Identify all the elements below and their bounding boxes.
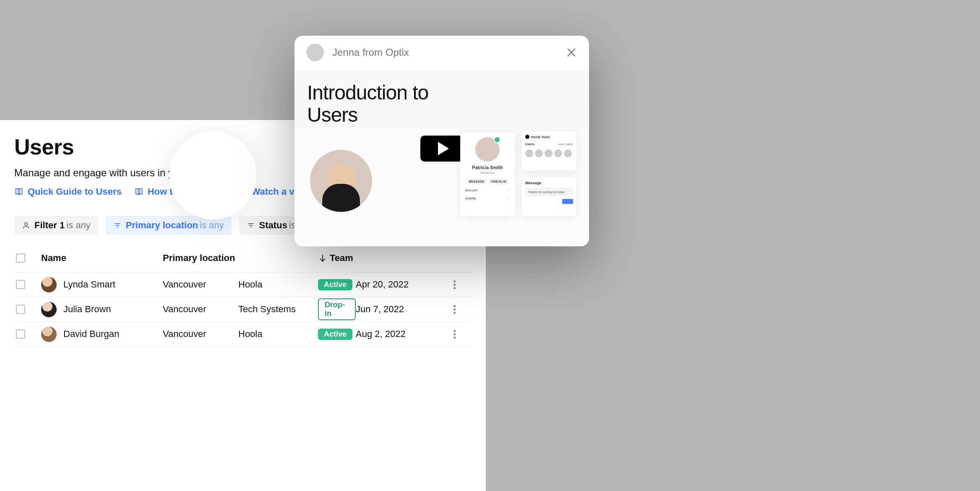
verified-icon [494, 136, 500, 143]
avatar [306, 44, 324, 61]
filter-icon [247, 221, 255, 230]
close-icon[interactable] [566, 47, 577, 58]
filter-2-suffix: is any [200, 220, 224, 230]
presenter-avatar [310, 150, 372, 212]
avatar [41, 326, 57, 342]
user-name: Lynda Smart [63, 279, 115, 290]
row-actions-menu[interactable] [440, 280, 469, 289]
mini-msg-btn: MESSAGE [466, 179, 487, 184]
user-team: Tech Systems [238, 304, 318, 315]
mini-avatar-row [525, 149, 573, 157]
avatar [41, 302, 57, 317]
avatar [475, 137, 500, 162]
mini-users-label: Users [525, 142, 534, 146]
brand-logo-icon [525, 135, 529, 139]
col-name[interactable]: Name [41, 253, 163, 264]
status-badge: Drop-in [318, 298, 356, 320]
user-location: Vancouver [163, 304, 238, 315]
quick-guide-label: Quick Guide to Users [28, 186, 122, 197]
filter-3-label: Status [259, 220, 287, 230]
mini-users-card: Hoola Team UsersADD USER [522, 131, 576, 170]
popup-header: Jenna from Optix [295, 36, 589, 69]
filter-chip-1[interactable]: Filter 1is any [14, 216, 98, 235]
filter-2-label: Primary location [126, 220, 198, 230]
mini-send-button [562, 199, 573, 204]
user-date: Jun 7, 2022 [356, 304, 440, 315]
avatar [41, 277, 57, 293]
col-team[interactable]: Team [318, 253, 356, 264]
mini-profile-card: Patricia Smith Hoola Inc. MESSAGE CHECK-… [460, 132, 515, 216]
user-date: Aug 2, 2022 [356, 329, 440, 340]
mini-brand: Hoola Team [531, 135, 550, 139]
table-header: Name Primary location Team [14, 253, 472, 272]
user-team: Hoola [238, 329, 318, 340]
table-row[interactable]: Julia Brown Vancouver Tech Systems Drop-… [14, 297, 472, 322]
mini-profile-row: Account [464, 188, 511, 192]
row-checkbox[interactable] [16, 305, 25, 314]
mini-profile-name: Patricia Smith [464, 165, 511, 170]
row-actions-menu[interactable] [440, 330, 469, 339]
mini-message-card: Message Thanks for coming by today! [522, 178, 576, 216]
how-to-add-label: How to add Users [148, 186, 226, 197]
user-date: Apr 20, 2022 [356, 279, 440, 290]
select-all-checkbox[interactable] [16, 253, 25, 263]
mini-add-user: ADD USER [559, 143, 573, 146]
svg-point-1 [25, 222, 28, 225]
user-location: Vancouver [163, 329, 238, 340]
col-team-label: Team [330, 253, 353, 264]
col-location[interactable]: Primary location [163, 253, 238, 264]
table-row[interactable]: David Burgan Vancouver Hoola Active Aug … [14, 322, 472, 347]
intro-popup: Jenna from Optix Introduction to Users P… [295, 36, 589, 246]
mini-profile-org: Hoola Inc. [464, 171, 511, 175]
book-icon [134, 187, 143, 196]
popup-from-label: Jenna from Optix [332, 47, 409, 58]
user-location: Vancouver [163, 279, 238, 290]
person-icon [22, 221, 30, 230]
mini-msg-title: Message [525, 181, 573, 185]
play-button[interactable] [420, 136, 464, 162]
how-to-add-link[interactable]: How to add Users [134, 186, 226, 197]
user-name: Julia Brown [63, 304, 111, 315]
filter-1-label: Filter 1 [34, 220, 65, 230]
filter-chip-primary-location[interactable]: Primary locationis any [106, 216, 232, 235]
filter-1-suffix: is any [66, 220, 90, 230]
row-actions-menu[interactable] [440, 305, 469, 314]
mini-profile-row: Activity [464, 196, 511, 200]
status-badge: Active [318, 329, 352, 340]
filter-icon [113, 221, 122, 230]
users-table: Name Primary location Team Lynda Smart V… [14, 253, 472, 347]
quick-guide-link[interactable]: Quick Guide to Users [14, 186, 122, 197]
mini-checkin-btn: CHECK-IN [488, 179, 509, 184]
mini-msg-body: Thanks for coming by today! [525, 188, 573, 196]
row-checkbox[interactable] [16, 280, 25, 289]
popup-title: Introduction to Users [307, 82, 450, 126]
popup-body: Introduction to Users Patricia Smith Hoo… [295, 69, 589, 246]
book-icon [14, 187, 23, 196]
sort-desc-icon [318, 253, 327, 263]
user-team: Hoola [238, 279, 318, 290]
status-badge: Active [318, 279, 352, 290]
row-checkbox[interactable] [16, 329, 25, 339]
user-name: David Burgan [63, 329, 119, 340]
play-box-icon [238, 187, 248, 196]
table-row[interactable]: Lynda Smart Vancouver Hoola Active Apr 2… [14, 272, 472, 297]
